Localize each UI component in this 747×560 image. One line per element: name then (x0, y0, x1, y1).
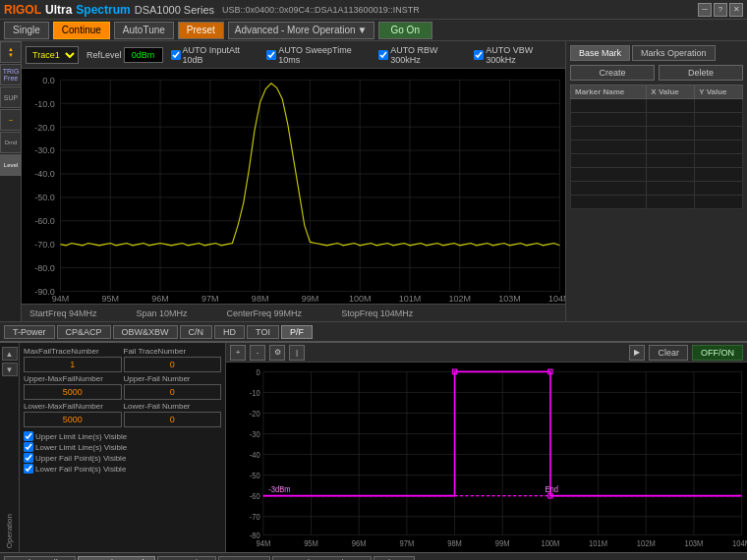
sidebar-level-button[interactable]: Level (0, 154, 22, 176)
window-controls: ─ ? ✕ (698, 3, 743, 17)
upper-fail-label: Upper-Fail Number (124, 374, 222, 383)
col-y-value: Y Value (695, 85, 743, 99)
upper-limit-line-checkbox[interactable] (24, 431, 33, 441)
upper-fail-point-label: Upper Fail Point(s) Visible (35, 454, 126, 463)
ref-level-label: RefLevel (86, 50, 122, 60)
stop-freq: StopFreq 104MHz (341, 308, 413, 318)
auto-inputatt-checkbox[interactable] (171, 50, 181, 60)
title-rigol: RIGOL (4, 3, 41, 17)
auto-rbw-check: AUTO RBW 300kHz (378, 45, 466, 65)
tab-hd[interactable]: HD (214, 325, 245, 339)
delete-button[interactable]: Delete (659, 65, 743, 81)
tab-about[interactable]: About (374, 556, 415, 561)
bottom-tabs: T-Power CP&ACP OBW&XBW C/N HD TOI P/F (0, 321, 747, 341)
lower-fail-point-checkbox[interactable] (24, 464, 33, 474)
auto-inputatt-label: AUTO InputAtt 10dB (183, 45, 259, 65)
auto-sweeptime-checkbox[interactable] (266, 50, 276, 60)
operation-label: Operation (5, 514, 14, 548)
base-mark-tab[interactable]: Base Mark (570, 45, 630, 61)
svg-text:-50.0: -50.0 (34, 193, 55, 202)
svg-text:0: 0 (256, 368, 260, 377)
pf-nav-button[interactable]: | (289, 345, 305, 361)
svg-text:103M: 103M (684, 539, 703, 548)
pf-zoom-in-button[interactable]: + (230, 345, 246, 361)
marks-operation-tab[interactable]: Marks Operation (632, 45, 716, 61)
advanced-button[interactable]: Advanced - More Operation ▼ (228, 22, 374, 39)
max-fail-trace-input[interactable] (24, 357, 122, 372)
table-row (571, 182, 743, 196)
ref-level-input[interactable] (124, 47, 163, 63)
auto-rbw-checkbox[interactable] (378, 50, 388, 60)
svg-text:104M: 104M (732, 539, 747, 548)
tab-measure[interactable]: Measure (218, 556, 270, 561)
fail-trace-input[interactable] (124, 357, 222, 372)
goon-button[interactable]: Go On (378, 22, 432, 39)
svg-text:103M: 103M (498, 294, 521, 304)
spectrum-area: Trace1 Trace2 RefLevel AUTO InputAtt 10d… (22, 41, 565, 321)
pf-offon-button[interactable]: OFF/ON (692, 345, 743, 361)
tab-obwxbw[interactable]: OBW&XBW (113, 325, 178, 339)
tab-cn[interactable]: C/N (180, 325, 213, 339)
tab-peak-valley[interactable]: Peak & Valley (4, 556, 76, 561)
tab-control-scpi[interactable]: Control SCPI History (272, 556, 372, 561)
lower-limit-line-row: Lower Limit Line(s) Visible (24, 442, 221, 452)
nav-down-button[interactable]: ▼ (2, 363, 18, 376)
lower-fail-label: Lower-Fail Number (124, 402, 222, 411)
lower-fail-input[interactable] (124, 412, 222, 427)
title-usb: USB::0x0400::0x09C4::DSA1A113600019::INS… (222, 5, 698, 15)
tab-toi[interactable]: TOI (247, 325, 279, 339)
svg-text:97M: 97M (400, 539, 415, 548)
trace-select[interactable]: Trace1 Trace2 (26, 46, 79, 64)
preset-button[interactable]: Preset (178, 22, 224, 39)
autotune-button[interactable]: AutoTune (114, 22, 174, 39)
upper-limit-line-label: Upper Limit Line(s) Visible (35, 432, 127, 441)
tab-intensity-graph[interactable]: Intensity Graph (78, 556, 155, 561)
title-series: DSA1000 Series (135, 4, 214, 16)
spectrum-graph: 0.0 -10.0 -20.0 -30.0 -40.0 -50.0 -60.0 … (22, 69, 565, 304)
pf-zoom-out-button[interactable]: - (250, 345, 265, 361)
pf-arrow-button[interactable]: ▶ (629, 345, 645, 361)
table-row (571, 113, 743, 127)
pf-clear-button[interactable]: Clear (649, 345, 688, 361)
help-button[interactable]: ? (714, 3, 727, 17)
close-button[interactable]: ✕ (729, 3, 743, 17)
col-marker-name: Marker Name (571, 85, 647, 99)
table-row (571, 99, 743, 113)
tab-cpacp[interactable]: CP&ACP (57, 325, 111, 339)
svg-text:-70.0: -70.0 (34, 240, 55, 250)
auto-sweeptime-label: AUTO SweepTime 10ms (278, 45, 371, 65)
svg-text:100M: 100M (349, 294, 372, 304)
lower-max-fail-input[interactable] (24, 412, 122, 427)
pf-graph-area: + - ⚙ | ▶ Clear OFF/ON (226, 343, 747, 552)
upper-fail-group: Upper-Fail Number (124, 374, 222, 400)
pf-graph: 0 -10 -20 -30 -40 -50 -60 -70 -80 94M 95… (226, 363, 747, 552)
lower-limit-line-checkbox[interactable] (24, 442, 33, 452)
nav-up-button[interactable]: ▲ (2, 347, 18, 361)
right-panel: Base Mark Marks Operation Create Delete … (565, 41, 747, 321)
max-fail-trace-label: MaxFailTraceNumber (24, 347, 122, 356)
tab-tpower[interactable]: T-Power (4, 325, 55, 339)
continue-button[interactable]: Continue (53, 22, 110, 39)
auto-vbw-checkbox[interactable] (474, 50, 484, 60)
single-button[interactable]: Single (4, 22, 49, 39)
sidebar-vv-button[interactable]: ▲▼ (0, 41, 22, 63)
sidebar-demod-button[interactable]: Dmd (0, 132, 22, 153)
create-button[interactable]: Create (570, 65, 655, 81)
upper-fail-point-checkbox[interactable] (24, 453, 33, 463)
auto-vbw-check: AUTO VBW 300kHz (474, 45, 561, 65)
pf-settings-button[interactable]: ⚙ (269, 345, 285, 361)
sidebar-sup-button[interactable]: SUP (0, 86, 22, 108)
tab-pf[interactable]: P/F (281, 325, 313, 339)
title-ultra: Ultra (45, 3, 72, 17)
sidebar-trig-button[interactable]: TRIGFree (0, 64, 22, 85)
svg-rect-43 (226, 363, 747, 552)
tab-correction[interactable]: Correction (157, 556, 216, 561)
upper-max-fail-input[interactable] (24, 384, 122, 400)
panel-tabs: Base Mark Marks Operation (570, 45, 743, 61)
title-bar: RIGOL Ultra Spectrum DSA1000 Series USB:… (0, 0, 747, 20)
upper-fail-input[interactable] (124, 384, 222, 400)
minimize-button[interactable]: ─ (698, 3, 712, 17)
svg-text:-50: -50 (250, 472, 261, 480)
sidebar-cw-button[interactable]: ~ (0, 109, 22, 131)
pf-toolbar: + - ⚙ | ▶ Clear OFF/ON (226, 343, 747, 363)
